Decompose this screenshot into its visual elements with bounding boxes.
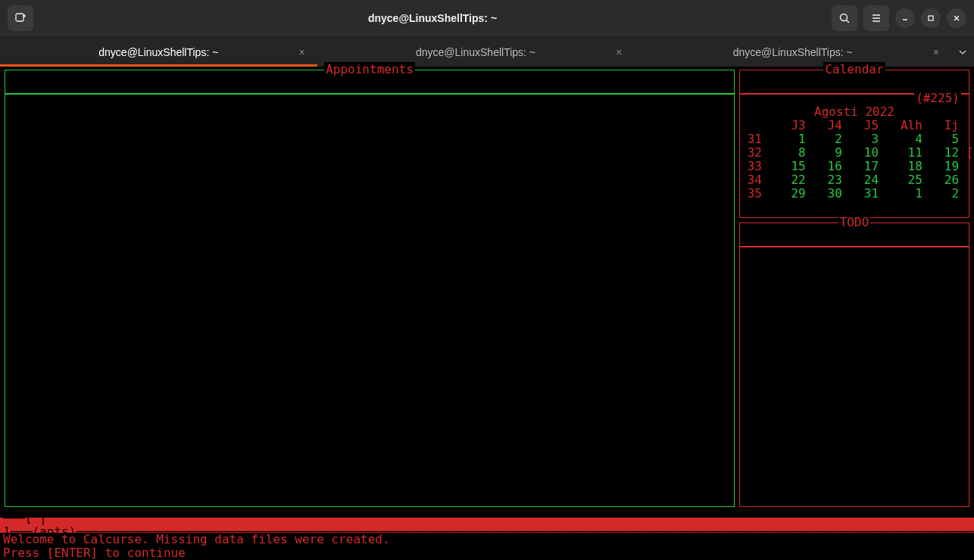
titlebar: dnyce@LinuxShellTips: ~ — [0, 0, 974, 36]
tab-label: dnyce@LinuxShellTips: ~ — [733, 46, 853, 58]
tab-close-icon[interactable]: × — [616, 46, 622, 58]
message-line-2: Press [ENTER] to continue — [3, 546, 971, 560]
terminal-viewport[interactable]: Appointments Calendar (#225) Agosti 2022… — [0, 67, 974, 560]
tab-label: dnyce@LinuxShellTips: ~ — [98, 46, 218, 58]
chevron-down-icon — [958, 48, 967, 57]
message-area: Welcome to Calcurse. Missing data files … — [0, 533, 974, 560]
hamburger-icon — [870, 12, 882, 24]
svg-rect-9 — [929, 16, 933, 20]
calendar-month-label: Agosti 2022 — [740, 105, 969, 119]
search-icon — [838, 12, 851, 24]
maximize-button[interactable] — [921, 8, 941, 28]
svg-line-4 — [847, 20, 850, 23]
search-button[interactable] — [832, 5, 857, 31]
message-line-1: Welcome to Calcurse. Missing data files … — [3, 533, 971, 546]
calendar-title: Calendar — [740, 63, 969, 76]
tab-close-icon[interactable]: × — [298, 46, 304, 58]
todo-title: TODO — [740, 216, 969, 229]
panel-divider — [5, 93, 734, 95]
calendar-panel[interactable]: Calendar (#225) Agosti 2022 J3 J4 J5 Alh… — [739, 70, 969, 218]
status-text: ───[ | ]───(apts)───────────────────────… — [3, 518, 974, 533]
minimize-icon — [901, 14, 909, 22]
close-icon — [953, 14, 960, 22]
minimize-button[interactable] — [895, 8, 915, 28]
status-bar: ───[ | ]───(apts)───────────────────────… — [0, 518, 974, 533]
new-tab-icon — [14, 12, 27, 24]
close-button[interactable] — [947, 8, 966, 28]
panel-divider — [740, 246, 969, 247]
calendar-day-number: (#225) — [914, 92, 961, 105]
menu-button[interactable] — [863, 5, 889, 31]
svg-rect-0 — [16, 14, 23, 21]
calendar-grid: J3 J4 J5 Alh Ij J1 J2 31 1 2 3 4 5 6 7 3… — [740, 119, 974, 201]
maximize-icon — [927, 14, 935, 22]
svg-point-3 — [841, 14, 848, 21]
window-title: dnyce@LinuxShellTips: ~ — [33, 12, 832, 24]
appointments-title: Appointments — [5, 63, 734, 76]
appointments-panel[interactable]: Appointments — [5, 70, 735, 507]
tab-close-icon[interactable]: × — [933, 46, 939, 58]
todo-panel[interactable]: TODO — [739, 222, 969, 507]
tab-label: dnyce@LinuxShellTips: ~ — [416, 46, 535, 58]
new-tab-button[interactable] — [8, 5, 33, 31]
